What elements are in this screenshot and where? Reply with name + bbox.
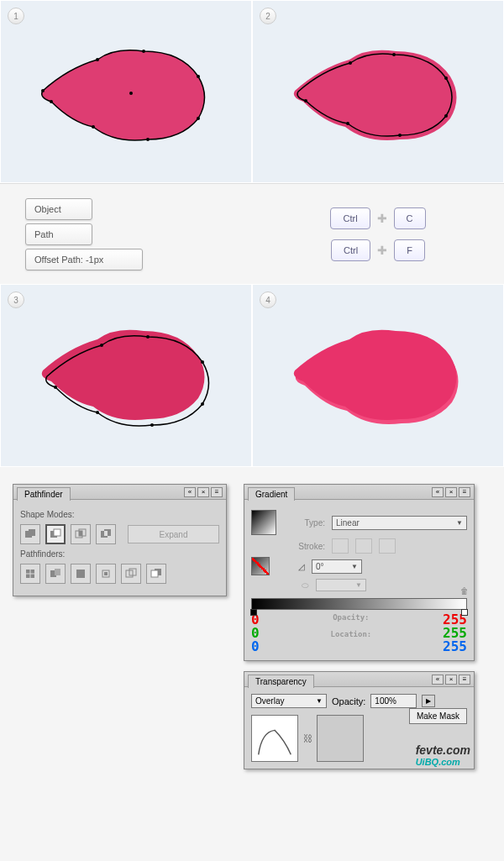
key-ctrl: Ctrl (330, 207, 370, 229)
panel-titlebar[interactable]: Gradient « × ≡ (244, 485, 474, 500)
stroke-label: Stroke: (283, 542, 325, 551)
watermark: fevte.com UiBQ.com (416, 743, 470, 767)
svg-rect-24 (29, 529, 35, 536)
trash-icon[interactable]: 🗑 (460, 586, 469, 596)
exclude-icon[interactable] (96, 524, 116, 544)
svg-point-2 (41, 89, 45, 92)
svg-point-15 (346, 122, 349, 125)
divide-icon[interactable] (20, 564, 40, 584)
shape-shifted (34, 318, 219, 436)
menu-object[interactable]: Object (25, 198, 92, 220)
step-badge: 3 (8, 291, 24, 308)
gradient-stop-left[interactable] (250, 609, 257, 616)
shape-offset (286, 39, 471, 156)
canvas-step-2: 2 (252, 0, 504, 183)
step-badge: 1 (8, 8, 24, 24)
svg-rect-38 (76, 570, 85, 578)
angle-input[interactable]: 0°▼ (312, 559, 362, 574)
svg-point-19 (201, 360, 204, 364)
controls-row: Object Path Offset Path: -1px Ctrl ✚ C C… (0, 183, 504, 284)
svg-rect-40 (104, 572, 108, 575)
plus-icon: ✚ (377, 244, 387, 257)
opacity-label: Opacity: (332, 696, 365, 706)
menu-icon[interactable]: ≡ (211, 487, 223, 497)
aspect-input[interactable]: ▼ (316, 579, 366, 591)
svg-point-16 (54, 386, 57, 389)
opacity-input[interactable]: 100% (370, 694, 417, 708)
shortcut-copy: Ctrl ✚ C (330, 207, 425, 229)
svg-point-1 (50, 100, 53, 103)
blend-mode-select[interactable]: Overlay▼ (251, 694, 327, 708)
step-badge: 4 (260, 291, 276, 308)
link-icon[interactable]: ⛓ (302, 715, 313, 762)
svg-point-14 (398, 134, 402, 137)
type-label: Type: (283, 518, 325, 528)
collapse-icon[interactable]: « (432, 675, 444, 685)
key-ctrl: Ctrl (331, 239, 370, 261)
gradient-panel: Gradient « × ≡ Type: Linear▼ Stroke: (244, 484, 475, 661)
make-mask-button[interactable]: Make Mask (409, 708, 467, 724)
menu-icon[interactable]: ≡ (459, 487, 470, 497)
plus-icon: ✚ (377, 212, 387, 225)
opacity-slider-icon[interactable]: ▶ (422, 695, 435, 707)
svg-point-11 (392, 53, 396, 56)
close-icon[interactable]: × (197, 487, 209, 497)
menu-path[interactable]: Path (25, 223, 92, 245)
svg-rect-44 (151, 570, 158, 577)
step-badge: 2 (260, 8, 276, 24)
svg-rect-37 (55, 569, 60, 575)
unite-icon[interactable] (20, 524, 40, 544)
svg-point-6 (197, 117, 200, 120)
merge-icon[interactable] (71, 564, 91, 584)
outline-icon[interactable] (121, 564, 141, 584)
minus-back-icon[interactable] (146, 564, 166, 584)
stroke-across-icon[interactable] (379, 538, 396, 554)
key-f: F (394, 239, 425, 261)
panel-titlebar[interactable]: Transparency « × ≡ (244, 672, 474, 687)
minus-front-icon[interactable] (45, 524, 66, 544)
pathfinder-panel: Pathfinder « × ≡ Shape Modes: Expand Pat… (13, 484, 227, 596)
opacity-label: Opacity: (260, 613, 443, 622)
stroke-swatch-none[interactable] (251, 557, 270, 575)
expand-button[interactable]: Expand (128, 525, 219, 543)
pathfinder-tab[interactable]: Pathfinder (17, 487, 71, 501)
mask-thumbnail[interactable] (317, 715, 364, 762)
svg-point-18 (146, 335, 150, 339)
pathfinders-label: Pathfinders: (20, 549, 219, 559)
trim-icon[interactable] (45, 564, 66, 584)
panel-titlebar[interactable]: Pathfinder « × ≡ (13, 485, 226, 500)
svg-point-10 (349, 61, 352, 65)
stroke-within-icon[interactable] (332, 538, 349, 554)
svg-rect-26 (54, 529, 60, 536)
rgb-left-stop: 0 0 0 (251, 613, 260, 654)
collapse-icon[interactable]: « (184, 487, 196, 497)
gradient-type-select[interactable]: Linear▼ (332, 516, 467, 530)
gradient-preview-swatch[interactable] (251, 510, 276, 535)
svg-point-8 (92, 125, 95, 129)
shape-modes-label: Shape Modes: (20, 510, 219, 519)
menu-offset-path[interactable]: Offset Path: -1px (25, 249, 143, 270)
svg-point-22 (96, 411, 99, 414)
panels-area: Pathfinder « × ≡ Shape Modes: Expand Pat… (0, 467, 504, 861)
rgb-right-stop: 255 255 255 (443, 613, 467, 654)
intersect-icon[interactable] (71, 524, 91, 544)
transparency-tab[interactable]: Transparency (248, 675, 314, 688)
crop-icon[interactable] (96, 564, 116, 584)
gradient-tab[interactable]: Gradient (248, 487, 295, 501)
svg-point-4 (142, 50, 145, 53)
stroke-along-icon[interactable] (355, 538, 372, 554)
shape-original (34, 39, 219, 156)
collapse-icon[interactable]: « (432, 487, 444, 497)
gradient-stop-right[interactable] (461, 609, 468, 616)
key-c: C (394, 207, 426, 229)
svg-point-13 (444, 114, 448, 118)
menu-icon[interactable]: ≡ (459, 675, 470, 685)
object-thumbnail[interactable] (251, 715, 298, 762)
svg-point-3 (96, 58, 99, 61)
shape-final (286, 318, 471, 436)
svg-point-0 (129, 92, 133, 95)
gradient-slider[interactable] (251, 598, 467, 610)
canvas-step-3: 3 (0, 284, 252, 467)
close-icon[interactable]: × (445, 487, 457, 497)
close-icon[interactable]: × (445, 675, 457, 685)
